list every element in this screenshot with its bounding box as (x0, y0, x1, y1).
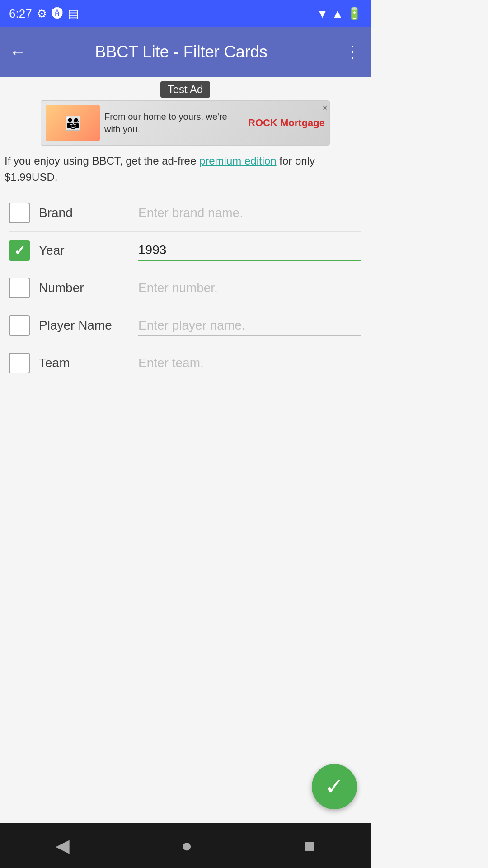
ad-section: Test Ad 👨‍👩‍👧 From our home to yours, we… (0, 77, 371, 146)
team-label: Team (39, 356, 129, 370)
number-checkbox[interactable] (9, 278, 30, 298)
brand-label: Brand (39, 206, 129, 220)
number-input[interactable] (138, 278, 361, 298)
check-icon: ✓ (325, 774, 344, 800)
ad-text: From our home to yours, we're with you. (100, 110, 248, 136)
year-input[interactable] (138, 240, 361, 261)
app-bar: ← BBCT Lite - Filter Cards ⋮ (0, 27, 371, 77)
ad-label: Test Ad (160, 81, 211, 98)
status-left: 6:27 ⚙ 🅐 ▤ (9, 7, 79, 21)
form-row-player-name: Player Name (9, 307, 361, 344)
ad-banner[interactable]: 👨‍👩‍👧 From our home to yours, we're with… (41, 100, 330, 146)
battery-icon: 🔋 (347, 7, 361, 21)
form-area: Brand Year Number Player Name Team (0, 190, 371, 387)
player-name-label: Player Name (39, 318, 129, 333)
brand-checkbox[interactable] (9, 203, 30, 223)
overflow-menu-button[interactable]: ⋮ (344, 42, 361, 61)
premium-edition-link[interactable]: premium edition (199, 155, 277, 167)
year-label: Year (39, 243, 129, 258)
player-name-checkbox[interactable] (9, 315, 30, 336)
app-bar-title: BBCT Lite - Filter Cards (36, 42, 326, 61)
ad-image: 👨‍👩‍👧 (46, 105, 100, 141)
year-checkbox[interactable] (9, 240, 30, 261)
recent-nav-button[interactable]: ■ (304, 835, 314, 856)
wifi-icon: ▼ (317, 7, 328, 21)
status-right: ▼ ▲ 🔋 (317, 7, 361, 21)
home-nav-button[interactable]: ● (181, 835, 192, 856)
player-name-input[interactable] (138, 316, 361, 336)
promo-before: If you enjoy using BBCT, get the ad-free (5, 155, 199, 167)
ad-logo: ROCK Mortgage (248, 117, 325, 129)
status-bar: 6:27 ⚙ 🅐 ▤ ▼ ▲ 🔋 (0, 0, 371, 27)
back-nav-button[interactable]: ◀ (56, 835, 70, 856)
team-checkbox[interactable] (9, 353, 30, 373)
form-row-number: Number (9, 269, 361, 307)
brand-input[interactable] (138, 203, 361, 223)
confirm-fab[interactable]: ✓ (312, 764, 357, 809)
accessibility-icon: 🅐 (52, 7, 63, 21)
team-input[interactable] (138, 353, 361, 373)
number-label: Number (39, 281, 129, 295)
back-button[interactable]: ← (9, 42, 27, 62)
status-time: 6:27 (9, 7, 32, 21)
promo-text: If you enjoy using BBCT, get the ad-free… (0, 146, 371, 190)
form-row-brand: Brand (9, 194, 361, 232)
form-row-year: Year (9, 232, 361, 269)
settings-icon: ⚙ (37, 7, 47, 21)
sim-icon: ▤ (68, 7, 79, 21)
form-row-team: Team (9, 344, 361, 382)
bottom-nav: ◀ ● ■ (0, 823, 371, 868)
ad-close-button[interactable]: × (322, 103, 328, 113)
signal-icon: ▲ (332, 7, 343, 21)
